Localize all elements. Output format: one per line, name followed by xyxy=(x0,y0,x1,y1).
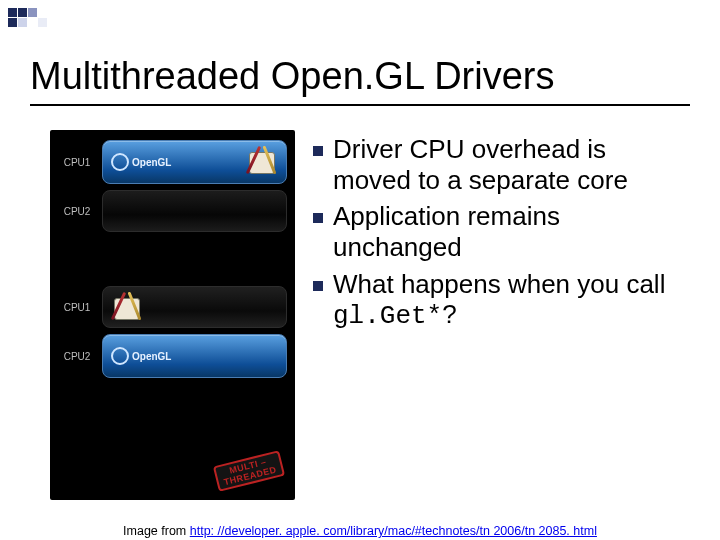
bullet-list: Driver CPU overhead is moved to a separa… xyxy=(313,130,690,500)
bullet-text: Application remains unchanged xyxy=(333,201,690,262)
figure-row-cpu1-top: CPU1 OpenGL xyxy=(58,140,287,184)
cpu-label: CPU1 xyxy=(58,302,96,313)
app-icon xyxy=(246,145,280,179)
bullet-item: Application remains unchanged xyxy=(313,201,690,262)
bullet-square-icon xyxy=(313,146,323,156)
figure-row-cpu2-top: CPU2 xyxy=(58,190,287,232)
content-area: CPU1 OpenGL CPU2 CPU1 xyxy=(50,130,690,500)
figure-row-cpu2-bottom: CPU2 OpenGL xyxy=(58,334,287,378)
bar-opengl-app: OpenGL xyxy=(102,140,287,184)
bullet-code: gl.Get* xyxy=(333,301,442,331)
credit-label: Image from xyxy=(123,524,190,538)
bullet-text-suffix: ? xyxy=(442,299,456,329)
opengl-text: OpenGL xyxy=(132,157,171,168)
opengl-logo: OpenGL xyxy=(111,347,171,365)
bullet-text-prefix: What happens when you call xyxy=(333,269,665,299)
opengl-ring-icon xyxy=(111,153,129,171)
cpu-label: CPU2 xyxy=(58,206,96,217)
cpu-label: CPU2 xyxy=(58,351,96,362)
bullet-item: What happens when you call gl.Get*? xyxy=(313,269,690,332)
slide-title: Multithreaded Open.GL Drivers xyxy=(30,55,690,98)
opengl-ring-icon xyxy=(111,347,129,365)
app-icon xyxy=(111,291,145,325)
multithreaded-stamp: MULTI – THREADED xyxy=(213,450,285,492)
bullet-text: Driver CPU overhead is moved to a separa… xyxy=(333,134,690,195)
figure-gap xyxy=(58,238,287,280)
figure-row-cpu1-bottom: CPU1 xyxy=(58,286,287,328)
bullet-square-icon xyxy=(313,281,323,291)
corner-decoration xyxy=(8,8,77,27)
opengl-logo: OpenGL xyxy=(111,153,171,171)
bullet-item: Driver CPU overhead is moved to a separa… xyxy=(313,134,690,195)
slide: Multithreaded Open.GL Drivers CPU1 OpenG… xyxy=(0,0,720,540)
image-credit: Image from http: //developer. apple. com… xyxy=(0,524,720,538)
title-area: Multithreaded Open.GL Drivers xyxy=(30,55,690,106)
figure-panel: CPU1 OpenGL CPU2 CPU1 xyxy=(50,130,295,500)
bar-empty xyxy=(102,190,287,232)
opengl-text: OpenGL xyxy=(132,351,171,362)
bar-app-only xyxy=(102,286,287,328)
cpu-label: CPU1 xyxy=(58,157,96,168)
bullet-square-icon xyxy=(313,213,323,223)
bullet-text: What happens when you call gl.Get*? xyxy=(333,269,690,332)
credit-link[interactable]: http: //developer. apple. com/library/ma… xyxy=(190,524,597,538)
title-underline xyxy=(30,104,690,106)
bar-opengl-only: OpenGL xyxy=(102,334,287,378)
